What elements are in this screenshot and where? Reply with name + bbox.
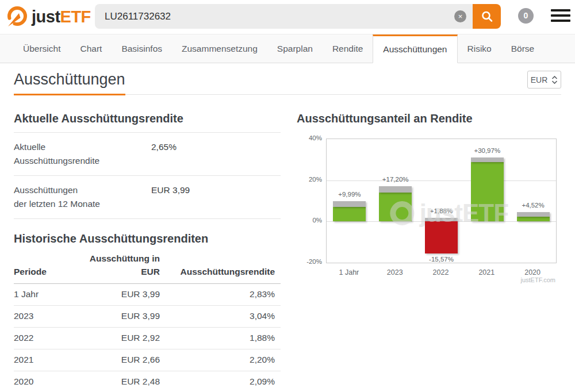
search-icon	[481, 10, 493, 23]
yield-cell: 2,09%	[160, 371, 281, 392]
page-title: Ausschüttungen	[14, 71, 125, 95]
bar-segment-price	[471, 162, 504, 221]
chart-plot: +9,99%+17,20%+1,88%-15,57%+30,97%+4,52% …	[326, 139, 557, 263]
column-header-distribution: Ausschüttung in EUR	[77, 250, 160, 283]
bar-segment-price	[517, 217, 550, 222]
distribution-cell: EUR 3,99	[77, 284, 160, 306]
tab-sparplan[interactable]: Sparplan	[267, 34, 323, 63]
bar-value-label: +9,99%	[324, 191, 375, 198]
tab-bersicht[interactable]: Übersicht	[13, 34, 70, 63]
column-header-period: Periode	[14, 250, 77, 283]
chart-heading: Ausschüttungsanteil an Rendite	[297, 112, 561, 125]
logo[interactable]: justETF	[5, 5, 91, 29]
tab-nav: ÜbersichtChartBasisinfosZusammensetzungS…	[0, 34, 575, 63]
bar-segment-price	[379, 193, 412, 222]
historical-table-body: 1 JahrEUR 3,992,83%2023EUR 3,993,04%2022…	[14, 284, 281, 392]
table-row: 2023EUR 3,993,04%	[14, 306, 281, 328]
chevron-updown-icon	[551, 76, 558, 84]
main-content: Aktuelle Ausschüttungsrendite Aktuelle A…	[0, 95, 575, 392]
current-yield-heading: Aktuelle Ausschüttungsrendite	[14, 112, 281, 125]
currency-value: EUR	[531, 75, 548, 84]
y-axis-tick: 0%	[297, 217, 322, 224]
logo-just: just	[32, 7, 60, 26]
column-header-yield: Ausschüttungsrendite	[160, 250, 281, 283]
table-row: 2020EUR 2,482,09%	[14, 371, 281, 392]
logo-icon	[5, 5, 28, 29]
chart: +9,99%+17,20%+1,88%-15,57%+30,97%+4,52% …	[297, 139, 561, 282]
info-row-current-yield: Aktuelle Ausschüttungsrendite 2,65%	[14, 132, 281, 175]
bar-value-label: +4,52%	[507, 202, 559, 209]
bar-segment-distribution	[333, 201, 366, 207]
chart-credit: justETF.com	[520, 276, 555, 283]
period-cell: 1 Jahr	[14, 284, 77, 306]
distribution-cell: EUR 3,99	[77, 306, 160, 328]
bar-segment-distribution	[517, 212, 550, 216]
info-row-distributions-12m: Ausschüttungen der letzten 12 Monate EUR…	[14, 175, 281, 219]
counter-badge[interactable]: 0	[518, 8, 534, 24]
historical-yields-table: Periode Ausschüttung in EUR Ausschüttung…	[14, 250, 281, 392]
distribution-cell: EUR 2,92	[77, 328, 160, 349]
tab-risiko[interactable]: Risiko	[458, 34, 501, 63]
yield-cell: 1,88%	[160, 328, 281, 349]
search-button[interactable]	[473, 4, 501, 29]
bar-segment-distribution	[425, 218, 458, 222]
bar-negative-label: -15,57%	[416, 256, 467, 263]
info-label: Aktuelle Ausschüttungsrendite	[14, 140, 151, 168]
tab-ausschttungen[interactable]: Ausschüttungen	[373, 34, 457, 63]
table-row: 2022EUR 2,921,88%	[14, 328, 281, 349]
info-value: EUR 3,99	[151, 183, 190, 211]
historical-yields-heading: Historische Ausschüttungsrenditen	[14, 232, 281, 245]
left-column: Aktuelle Ausschüttungsrendite Aktuelle A…	[14, 95, 281, 392]
x-axis-label: 2020	[507, 268, 558, 276]
bar-segment-price-negative	[425, 221, 458, 253]
distribution-cell: EUR 2,66	[77, 349, 160, 371]
bar-value-label: +17,20%	[370, 176, 421, 183]
x-axis-label: 2022	[415, 268, 467, 276]
bar-segment-distribution	[379, 186, 412, 193]
tab-chart[interactable]: Chart	[70, 34, 112, 63]
period-cell: 2021	[14, 349, 77, 371]
table-row: 2021EUR 2,662,20%	[14, 349, 281, 371]
y-axis-tick: -20%	[297, 258, 322, 265]
y-axis-tick: 20%	[297, 176, 322, 183]
x-axis-label: 2021	[461, 268, 512, 276]
bar-segment-distribution	[471, 157, 504, 162]
logo-text: justETF	[32, 7, 91, 26]
period-cell: 2020	[14, 371, 77, 392]
title-bar: Ausschüttungen EUR	[14, 63, 561, 95]
x-axis-label: 2023	[369, 268, 421, 276]
search-input[interactable]	[95, 4, 473, 29]
tab-brse[interactable]: Börse	[501, 34, 545, 63]
clear-search-button[interactable]: ×	[454, 10, 466, 22]
tab-basisinfos[interactable]: Basisinfos	[112, 34, 172, 63]
period-cell: 2022	[14, 328, 77, 349]
menu-button[interactable]	[551, 9, 570, 25]
currency-select[interactable]: EUR	[527, 71, 561, 89]
y-axis-tick: 40%	[297, 134, 322, 141]
info-value: 2,65%	[151, 140, 177, 168]
gridline	[327, 180, 556, 181]
tab-rendite[interactable]: Rendite	[323, 34, 373, 63]
info-label: Ausschüttungen der letzten 12 Monate	[14, 183, 151, 211]
tab-zusammensetzung[interactable]: Zusammensetzung	[172, 34, 267, 63]
period-cell: 2023	[14, 306, 77, 328]
logo-etf: ETF	[60, 7, 91, 26]
yield-cell: 2,83%	[160, 284, 281, 306]
header: justETF × 0	[0, 0, 575, 34]
distribution-cell: EUR 2,48	[77, 371, 160, 392]
bar-value-label: +1,88%	[416, 207, 467, 214]
table-row: 1 JahrEUR 3,992,83%	[14, 284, 281, 306]
search-bar: ×	[95, 4, 501, 29]
bar-value-label: +30,97%	[461, 147, 513, 154]
x-axis-label: 1 Jahr	[323, 268, 375, 276]
bar-segment-price	[333, 207, 366, 222]
menu-icon	[551, 9, 570, 11]
table-header-row: Periode Ausschüttung in EUR Ausschüttung…	[14, 250, 281, 283]
yield-cell: 3,04%	[160, 306, 281, 328]
right-column: Ausschüttungsanteil an Rendite +9,99%+17…	[297, 95, 561, 392]
yield-cell: 2,20%	[160, 349, 281, 371]
